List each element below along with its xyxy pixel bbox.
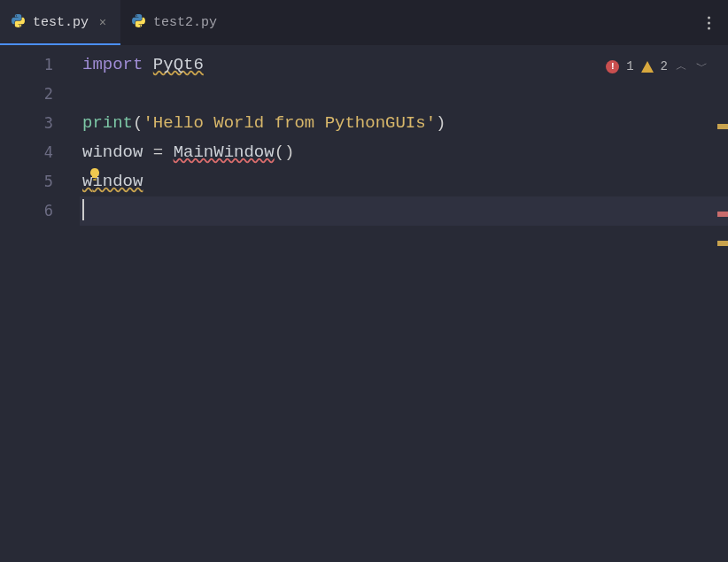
error-icon[interactable]: ! [606,60,619,73]
close-icon[interactable]: × [96,16,110,30]
line-gutter: 1 2 3 4 5 6 [0,45,80,562]
warning-marker[interactable] [717,124,728,129]
tab-label: test2.py [153,15,217,30]
code-line-6[interactable] [80,196,728,226]
line-number: 5 [44,167,53,196]
warning-icon[interactable] [641,61,654,73]
error-count: 1 [626,52,633,81]
tab-test2-py[interactable]: test2.py [120,0,228,45]
line-number: 6 [44,196,53,226]
python-icon [131,13,146,33]
code-area[interactable]: ! 1 2 ︿ ﹀ import PyQt6 print('Hello Worl… [80,45,728,562]
line-number: 4 [44,138,53,167]
tab-label: test.py [33,15,89,30]
lightbulb-icon[interactable] [88,167,102,181]
warning-count: 2 [661,52,668,81]
code-line-5[interactable]: window [80,167,728,196]
text-cursor [82,199,84,220]
problems-status: ! 1 2 ︿ ﹀ [606,52,709,81]
code-line-4[interactable]: window = MainWindow() [80,138,728,167]
warning-marker[interactable] [717,241,728,246]
chevron-down-icon[interactable]: ﹀ [695,52,709,81]
tab-test-py[interactable]: test.py × [0,0,120,45]
code-line-2[interactable] [80,80,728,109]
python-icon [11,13,26,33]
chevron-up-icon[interactable]: ︿ [675,52,688,81]
tabs-bar: test.py × test2.py [0,0,728,45]
line-number: 3 [44,109,53,138]
line-number: 1 [44,50,53,80]
line-number: 2 [44,80,53,109]
code-line-3[interactable]: print('Hello World from PythonGUIs') [80,109,728,138]
error-marker[interactable] [717,212,728,217]
svg-rect-0 [93,179,97,181]
editor-body: 1 2 3 4 5 6 ! 1 2 ︿ ﹀ import PyQt6 print… [0,45,728,562]
more-actions-icon[interactable] [702,11,716,35]
overview-ruler[interactable] [716,90,728,562]
